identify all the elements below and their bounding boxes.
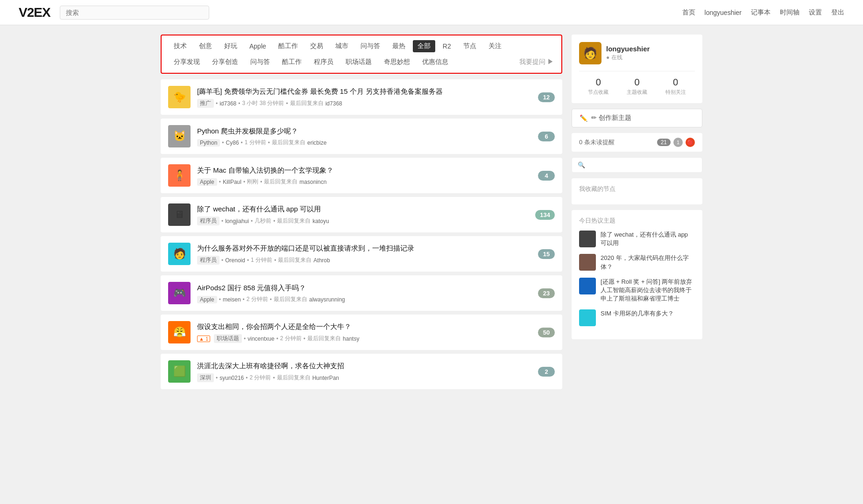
post-title[interactable]: 为什么服务器对外不开放的端口还是可以被直接请求到，一堆扫描记录 <box>197 243 531 253</box>
nav-timeline[interactable]: 时间轴 <box>780 8 799 17</box>
post-title[interactable]: AirPods2 国行 858 元值得入手吗？ <box>197 283 531 293</box>
tab-row-1: 技术创意好玩Apple酷工作交易城市问与答最热全部R2节点关注 <box>169 40 554 52</box>
tab-技术[interactable]: 技术 <box>169 40 191 52</box>
tab-关注[interactable]: 关注 <box>484 40 506 52</box>
post-author[interactable]: Cy86 <box>226 140 239 146</box>
notification-bar[interactable]: 0 条未读提醒 21 1 🔴 <box>572 133 702 152</box>
tab-问与答[interactable]: 问与答 <box>356 40 385 52</box>
reply-count: 15 <box>538 249 555 259</box>
site-logo[interactable]: V2EX <box>19 5 50 20</box>
nav-user[interactable]: longyueshier <box>705 9 742 16</box>
post-title[interactable]: [薅羊毛] 免费领华为云无门槛代金券 最长免费 15 个月 另支持香港免备案服务… <box>197 86 531 96</box>
post-node[interactable]: Apple <box>197 178 217 186</box>
tab-好玩[interactable]: 好玩 <box>219 40 242 52</box>
hot-text: 除了 wechat，还有什么通讯 app 可以用 <box>601 231 695 247</box>
tab-分享发现[interactable]: 分享发现 <box>169 56 205 68</box>
reply-count: 50 <box>538 328 555 337</box>
tab-创意[interactable]: 创意 <box>194 40 217 52</box>
user-card: 🧑 longyueshier ● 在线 0 节点收藏 0 主题收藏 0 特别关注 <box>572 35 702 103</box>
post-meta: Python • Cy86 • 1 分钟前 • 最后回复来自 ericbize <box>197 139 531 147</box>
post-author[interactable]: syun0216 <box>219 375 244 381</box>
tab-酷工作[interactable]: 酷工作 <box>274 40 303 52</box>
last-reply-author[interactable]: alwaysrunning <box>309 296 345 303</box>
post-node[interactable]: 程序员 <box>197 256 219 265</box>
tab-交易[interactable]: 交易 <box>305 40 328 52</box>
hot-text: 2020 年，大家敲代码在用什么字体？ <box>601 254 695 271</box>
nav-notebook[interactable]: 记事本 <box>751 8 771 17</box>
last-reply-author[interactable]: hantsy <box>343 336 359 342</box>
post-item: 😤假设支出相同，你会招两个人还是全给一个大牛？▲ 1 职场话题 • vincen… <box>161 315 562 350</box>
ask-button[interactable]: 我要提问 ▶ <box>519 58 554 66</box>
tab-最热[interactable]: 最热 <box>388 40 410 52</box>
post-time: 2 分钟前 <box>247 295 268 303</box>
nav-home[interactable]: 首页 <box>682 8 695 17</box>
post-content: 为什么服务器对外不开放的端口还是可以被直接请求到，一堆扫描记录程序员 • Ore… <box>197 243 531 265</box>
post-node[interactable]: 深圳 <box>197 373 214 382</box>
post-avatar: 🖥 <box>168 203 191 226</box>
badge-grey: 1 <box>673 138 683 147</box>
tab-职场话题[interactable]: 职场话题 <box>341 56 376 68</box>
tab-分享创造[interactable]: 分享创造 <box>207 56 243 68</box>
badge-orange: 🔴 <box>686 138 695 147</box>
post-node[interactable]: Apple <box>197 296 217 303</box>
post-title[interactable]: 假设支出相同，你会招两个人还是全给一个大牛？ <box>197 322 531 331</box>
last-reply-label: 最后回复来自 <box>290 99 324 107</box>
post-time: 几秒前 <box>255 217 271 225</box>
last-reply-author[interactable]: katoyu <box>312 218 329 224</box>
tab-row-2: 分享发现分享创造问与答酷工作程序员职场话题奇思妙想优惠信息我要提问 ▶ <box>169 56 554 68</box>
reply-count: 6 <box>538 132 555 141</box>
post-time: 1 分钟前 <box>251 256 272 264</box>
stat-following: 0 特别关注 <box>656 77 695 96</box>
post-content: 关于 Mac 自带输入法切换的一个玄学现象？Apple • KillPaul •… <box>197 165 531 186</box>
post-avatar: 🧑 <box>168 243 191 265</box>
post-author[interactable]: KillPaul <box>223 179 241 185</box>
post-node[interactable]: Python <box>197 139 220 147</box>
post-title[interactable]: 除了 wechat，还有什么通讯 app 可以用 <box>197 204 529 214</box>
last-reply-author[interactable]: masonincn <box>299 179 326 185</box>
post-node[interactable]: 职场话题 <box>214 334 242 343</box>
post-item: 🐱Python 爬虫并发极限是多少呢？Python • Cy86 • 1 分钟前… <box>161 119 562 154</box>
tab-Apple[interactable]: Apple <box>245 41 271 52</box>
hot-item[interactable]: [还愿 + Roll 奖 + 问答] 两年前放弃人工智能高薪岗位去读书的我终于申… <box>579 278 695 303</box>
last-reply-author[interactable]: HunterPan <box>312 375 339 381</box>
post-author[interactable]: Orenoid <box>225 257 245 264</box>
post-author[interactable]: id7368 <box>219 100 236 107</box>
hot-item[interactable]: SIM 卡用坏的几率有多大？ <box>579 309 695 326</box>
tab-城市[interactable]: 城市 <box>331 40 353 52</box>
tab-程序员[interactable]: 程序员 <box>309 56 338 68</box>
sidebar-search[interactable]: 🔍 <box>572 157 702 173</box>
tab-节点[interactable]: 节点 <box>459 40 481 52</box>
create-topic-button[interactable]: ✏️ ✏ 创作新主题 <box>572 109 702 127</box>
hot-avatar <box>579 309 596 326</box>
nav-settings[interactable]: 设置 <box>809 8 822 17</box>
last-reply-author[interactable]: id7368 <box>325 100 342 107</box>
post-title[interactable]: Python 爬虫并发极限是多少呢？ <box>197 126 531 136</box>
post-title[interactable]: 关于 Mac 自带输入法切换的一个玄学现象？ <box>197 165 531 175</box>
hot-item[interactable]: 2020 年，大家敲代码在用什么字体？ <box>579 254 695 271</box>
tab-问与答[interactable]: 问与答 <box>246 56 275 68</box>
search-input[interactable] <box>60 6 209 20</box>
tab-R2[interactable]: R2 <box>438 41 456 52</box>
post-meta: Apple • meisen • 2 分钟前 • 最后回复来自 alwaysru… <box>197 295 531 303</box>
hot-item[interactable]: 除了 wechat，还有什么通讯 app 可以用 <box>579 231 695 247</box>
post-author[interactable]: longjiahui <box>225 218 249 224</box>
post-meta: ▲ 1 职场话题 • vincentxue • 2 分钟前 • 最后回复来自 h… <box>197 334 531 343</box>
tab-酷工作[interactable]: 酷工作 <box>277 56 306 68</box>
post-author[interactable]: vincentxue <box>248 336 274 342</box>
nav-logout[interactable]: 登出 <box>831 8 844 17</box>
post-author[interactable]: meisen <box>223 296 241 303</box>
last-reply-author[interactable]: Athrob <box>313 257 330 264</box>
hot-topics: 今日热议主题 除了 wechat，还有什么通讯 app 可以用2020 年，大家… <box>572 210 702 339</box>
tab-优惠信息[interactable]: 优惠信息 <box>417 56 453 68</box>
tab-全部[interactable]: 全部 <box>413 40 435 52</box>
last-reply-label: 最后回复来自 <box>278 256 311 264</box>
upvote-badge: ▲ 1 <box>197 336 210 342</box>
tab-奇思妙想[interactable]: 奇思妙想 <box>379 56 415 68</box>
post-title[interactable]: 洪涯北去深大上班有啥捷径啊，求各位大神支招 <box>197 361 531 371</box>
post-node[interactable]: 推广 <box>197 99 214 108</box>
post-node[interactable]: 程序员 <box>197 217 219 225</box>
last-reply-author[interactable]: ericbize <box>307 140 326 146</box>
hot-text: SIM 卡用坏的几率有多大？ <box>601 309 674 318</box>
hot-avatar <box>579 278 596 294</box>
hot-avatar <box>579 254 596 271</box>
